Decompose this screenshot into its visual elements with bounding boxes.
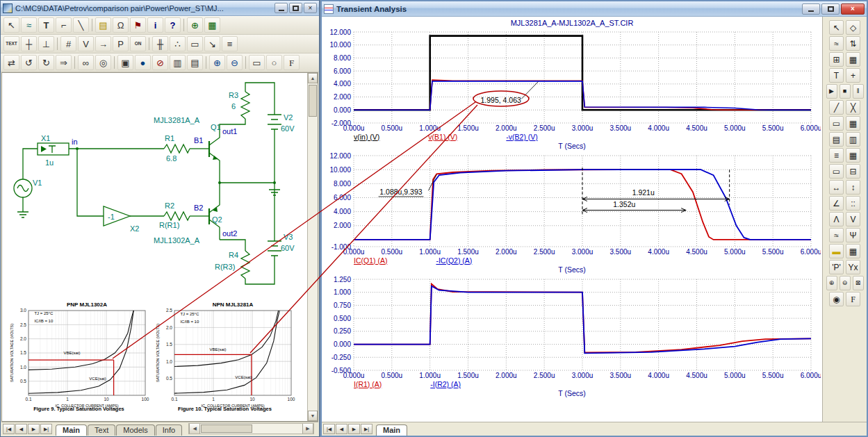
horizontal-measure-icon[interactable]: ↔ xyxy=(829,180,844,195)
redo-icon[interactable]: ↻ xyxy=(38,55,54,70)
analysis-window-titlebar[interactable]: Transient Analysis × xyxy=(322,1,867,17)
tab-info[interactable]: Info xyxy=(156,424,182,436)
new-analysis-icon[interactable]: ▦ xyxy=(204,17,220,33)
legend-item[interactable]: -v(B2) (V) xyxy=(506,133,538,141)
tab-nav-button-0[interactable]: |◀ xyxy=(3,424,15,434)
branch-icon[interactable]: Ψ xyxy=(846,228,860,242)
tab-nav-button-2[interactable]: ▶ xyxy=(348,424,360,434)
font-icon[interactable]: F xyxy=(284,55,300,70)
find-icon[interactable]: ∞ xyxy=(78,55,94,70)
minimize-button[interactable] xyxy=(802,3,820,15)
numeric-output-icon[interactable]: ▦ xyxy=(846,244,860,258)
minimize-button[interactable] xyxy=(275,3,288,13)
legend-item[interactable]: v(B1) (V) xyxy=(428,133,457,141)
tab-nav-button-1[interactable]: ◀ xyxy=(15,424,27,434)
restore-button[interactable] xyxy=(289,3,302,13)
circle-tool-icon[interactable]: ○ xyxy=(266,55,282,70)
vertical-scrollbar[interactable]: ▲ ▼ xyxy=(307,73,318,421)
resistor-r4-symbol[interactable] xyxy=(241,251,249,279)
title-block-icon[interactable]: ▭ xyxy=(187,36,203,51)
flag-icon[interactable]: ⚑ xyxy=(130,17,146,33)
scope-settings-icon[interactable]: ▦ xyxy=(846,52,860,67)
tab-nav-button-2[interactable]: ▶ xyxy=(28,424,40,434)
point-grid-icon[interactable]: :: xyxy=(846,196,860,211)
scrollbar-track[interactable] xyxy=(308,83,318,411)
scroll-left-button[interactable]: ◀ xyxy=(189,424,200,434)
scroll-down-button[interactable]: ▼ xyxy=(308,411,318,421)
pin-connections-icon[interactable]: ┼ xyxy=(21,36,37,51)
zoom-out-icon[interactable]: ⊖ xyxy=(227,55,243,70)
legend-item[interactable]: -IC(Q2) (A) xyxy=(436,256,472,265)
resistor-r2-symbol[interactable] xyxy=(164,212,190,220)
highlight-icon[interactable]: ▬ xyxy=(829,244,844,258)
close-button[interactable]: × xyxy=(304,3,317,13)
component-browser-icon[interactable]: Ω xyxy=(113,17,129,33)
wave-inflection-icon[interactable]: ≈ xyxy=(829,228,844,242)
battery-v3-symbol[interactable] xyxy=(268,241,281,256)
orthogonal-wire-icon[interactable]: ⌐ xyxy=(56,17,72,33)
zoom-in-icon[interactable]: ⊕ xyxy=(826,276,837,290)
tab-main[interactable]: Main xyxy=(376,424,407,436)
properties-icon[interactable]: ≡ xyxy=(222,36,238,51)
crossing-style-icon[interactable]: ╫ xyxy=(152,36,168,51)
maximize-button[interactable] xyxy=(821,3,840,15)
tab-text[interactable]: Text xyxy=(88,424,115,436)
tab-nav-button-1[interactable]: ◀ xyxy=(336,424,347,434)
comment-icon[interactable]: ▤ xyxy=(95,17,111,33)
text-mode-icon[interactable]: T xyxy=(38,17,54,33)
resistor-r1-symbol[interactable] xyxy=(164,145,190,153)
align-scales-icon[interactable]: ⇅ xyxy=(846,36,860,51)
schematic-canvas[interactable]: X11uinV1R16.8B1MJL3281A_AQ1out1R36V260V-… xyxy=(2,74,305,298)
step-icon[interactable]: ⇒ xyxy=(56,55,72,70)
waveform-clip-icon[interactable]: ≈ xyxy=(829,36,844,51)
horizontal-scrollbar[interactable]: ◀ ▶ xyxy=(188,423,314,434)
tab-nav-button-3[interactable]: ▶| xyxy=(361,424,372,434)
to-back-icon[interactable]: ▤ xyxy=(187,55,203,70)
stop-icon[interactable]: ⊘ xyxy=(152,55,168,70)
select-icon[interactable]: ↖ xyxy=(829,20,844,35)
scrollbar-thumb[interactable] xyxy=(201,424,252,433)
schematic-area[interactable]: X11uinV1R16.8B1MJL3281A_AQ1out1R36V260V-… xyxy=(1,72,318,422)
rectangle-select-icon[interactable]: ▭ xyxy=(829,116,844,131)
stop-icon[interactable]: ■ xyxy=(840,84,851,99)
close-button[interactable]: × xyxy=(841,3,865,15)
grid-dots-icon[interactable]: ∴ xyxy=(170,36,186,51)
info-mode-icon[interactable]: i xyxy=(147,17,163,33)
mode-select-icon[interactable]: ↘ xyxy=(204,36,220,51)
cursor-line-icon[interactable]: ╱ xyxy=(829,100,844,115)
condition-display-icon[interactable]: ON xyxy=(130,36,146,51)
legend-item[interactable]: IC(Q1) (A) xyxy=(354,256,387,265)
scrollbar-track[interactable] xyxy=(200,424,302,434)
p-key-icon[interactable]: 'P' xyxy=(829,260,844,274)
next-valley-icon[interactable]: V xyxy=(846,212,860,226)
text-tool-icon[interactable]: T xyxy=(829,68,844,83)
battery-v2-symbol[interactable] xyxy=(268,115,281,129)
power-display-icon[interactable]: P xyxy=(113,36,129,51)
panel-columns-icon[interactable]: ▥ xyxy=(846,132,860,147)
legend-item[interactable]: I(R1) (A) xyxy=(354,380,382,388)
wire-mode-icon[interactable]: ≈ xyxy=(21,17,37,33)
split-pane-icon[interactable]: ⊟ xyxy=(846,164,860,179)
text-attributes-icon[interactable]: TEXT xyxy=(3,36,19,51)
panel-list-icon[interactable]: ▤ xyxy=(829,132,844,147)
pin-names-icon[interactable]: ⊥ xyxy=(38,36,54,51)
page-icon[interactable]: ▭ xyxy=(249,55,265,70)
plot-base-voltages[interactable]: 0.000u0.500u1.000u1.500u2.000u2.500u3.00… xyxy=(322,28,821,132)
scroll-right-button[interactable]: ▶ xyxy=(302,424,313,434)
zoom-in-icon[interactable]: ⊕ xyxy=(209,55,225,70)
slope-measure-icon[interactable]: ∠ xyxy=(829,196,844,211)
tab-main[interactable]: Main xyxy=(56,424,87,436)
pause-icon[interactable]: ‖ xyxy=(853,84,864,99)
exponent-icon[interactable]: Yx xyxy=(846,260,860,274)
vertical-measure-icon[interactable]: ↕ xyxy=(846,180,860,195)
annotation-shapes-icon[interactable]: ◇ xyxy=(846,20,860,35)
tab-nav-button-0[interactable]: |◀ xyxy=(323,424,335,434)
help-topics-icon[interactable]: ● xyxy=(135,55,151,70)
scrollbar-thumb[interactable] xyxy=(309,85,317,117)
browser-icon[interactable]: ⊕ xyxy=(187,17,203,33)
tab-nav-button-3[interactable]: ▶| xyxy=(40,424,52,434)
undo-icon[interactable]: ↺ xyxy=(21,55,37,70)
select-icon[interactable]: ↖ xyxy=(3,17,19,33)
repeat-find-icon[interactable]: ◎ xyxy=(95,55,111,70)
help-mode-icon[interactable]: ? xyxy=(165,17,181,33)
